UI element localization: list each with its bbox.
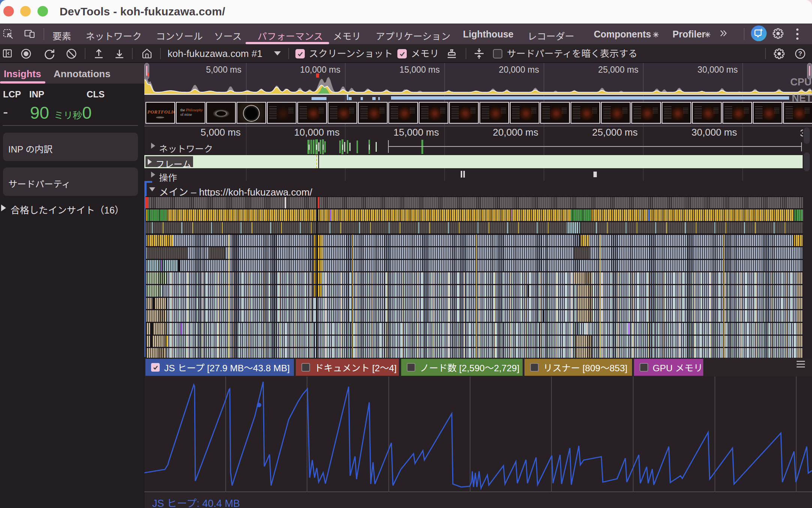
svg-text:?: ? — [798, 50, 802, 57]
